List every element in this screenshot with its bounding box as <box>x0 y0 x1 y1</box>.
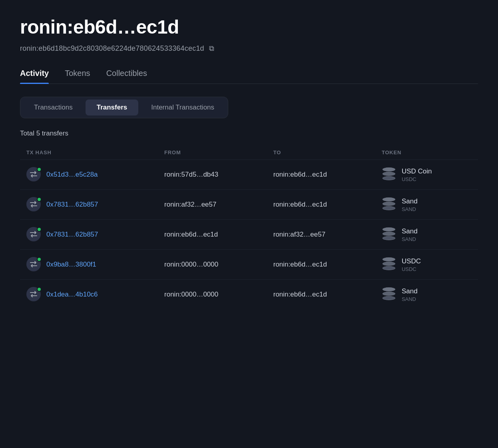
transfer-icon-3 <box>26 257 42 272</box>
token-symbol-0: USDC <box>402 176 432 182</box>
token-info-1: Sand SAND <box>402 197 418 212</box>
token-icon-2 <box>382 227 396 242</box>
token-icon-1 <box>382 197 396 212</box>
tx-hash-value-2[interactable]: 0x7831…62b857 <box>46 231 98 239</box>
table-row: 0x7831…62b857 ronin:af32…ee57 ronin:eb6d… <box>20 190 478 220</box>
page-title: ronin:eb6d…ec1d <box>20 16 478 38</box>
token-symbol-4: SAND <box>402 296 418 302</box>
cell-tx-hash-1[interactable]: 0x7831…62b857 <box>20 190 158 220</box>
cell-tx-hash-4[interactable]: 0x1dea…4b10c6 <box>20 280 158 310</box>
cell-from-2: ronin:eb6d…ec1d <box>158 220 267 250</box>
cell-to-3: ronin:eb6d…ec1d <box>267 250 375 280</box>
address-row: ronin:eb6d18bc9d2c80308e6224de7806245333… <box>20 44 478 53</box>
transfer-icon-1 <box>26 197 42 212</box>
transfer-icon-4 <box>26 287 42 302</box>
filter-bar: Transactions Transfers Internal Transact… <box>20 97 228 118</box>
cell-from-4: ronin:0000…0000 <box>158 280 267 310</box>
status-dot-3 <box>37 257 42 262</box>
full-address: ronin:eb6d18bc9d2c80308e6224de7806245333… <box>20 44 204 53</box>
cell-to-4: ronin:eb6d…ec1d <box>267 280 375 310</box>
token-name-0: USD Coin <box>402 167 432 175</box>
cell-from-0: ronin:57d5…db43 <box>158 160 267 190</box>
token-symbol-3: USDC <box>402 266 421 272</box>
cell-token-3: USDC USDC <box>375 250 478 280</box>
cell-tx-hash-3[interactable]: 0x9ba8…3800f1 <box>20 250 158 280</box>
token-info-2: Sand SAND <box>402 227 418 242</box>
tx-hash-value-0[interactable]: 0x51d3…e5c28a <box>46 171 98 179</box>
total-transfers-label: Total 5 transfers <box>20 129 478 137</box>
token-icon-3 <box>382 257 396 272</box>
col-tx-hash: TX HASH <box>20 145 158 160</box>
tx-hash-value-4[interactable]: 0x1dea…4b10c6 <box>46 291 98 299</box>
cell-from-1: ronin:af32…ee57 <box>158 190 267 220</box>
tabs-nav: Activity Tokens Collectibles <box>20 69 478 84</box>
col-from: FROM <box>158 145 267 160</box>
tab-tokens[interactable]: Tokens <box>65 69 90 84</box>
token-info-3: USDC USDC <box>402 257 421 272</box>
token-name-1: Sand <box>402 197 418 205</box>
transfer-icon-0 <box>26 167 42 182</box>
table-row: 0x51d3…e5c28a ronin:57d5…db43 ronin:eb6d… <box>20 160 478 190</box>
table-header-row: TX HASH FROM TO TOKEN <box>20 145 478 160</box>
cell-tx-hash-2[interactable]: 0x7831…62b857 <box>20 220 158 250</box>
cell-from-3: ronin:0000…0000 <box>158 250 267 280</box>
tx-hash-value-3[interactable]: 0x9ba8…3800f1 <box>46 261 96 269</box>
cell-tx-hash-0[interactable]: 0x51d3…e5c28a <box>20 160 158 190</box>
cell-token-0: USD Coin USDC <box>375 160 478 190</box>
cell-to-0: ronin:eb6d…ec1d <box>267 160 375 190</box>
col-to: TO <box>267 145 375 160</box>
status-dot-4 <box>37 287 42 292</box>
cell-token-1: Sand SAND <box>375 190 478 220</box>
filter-transfers[interactable]: Transfers <box>86 100 139 115</box>
token-icon-0 <box>382 167 396 182</box>
table-row: 0x7831…62b857 ronin:eb6d…ec1d ronin:af32… <box>20 220 478 250</box>
token-info-4: Sand SAND <box>402 287 418 302</box>
token-symbol-2: SAND <box>402 236 418 242</box>
status-dot-1 <box>37 197 42 202</box>
table-row: 0x9ba8…3800f1 ronin:0000…0000 ronin:eb6d… <box>20 250 478 280</box>
col-token: TOKEN <box>375 145 478 160</box>
cell-token-2: Sand SAND <box>375 220 478 250</box>
token-name-2: Sand <box>402 227 418 235</box>
cell-token-4: Sand SAND <box>375 280 478 310</box>
tab-collectibles[interactable]: Collectibles <box>106 69 147 84</box>
token-info-0: USD Coin USDC <box>402 167 432 182</box>
status-dot-2 <box>37 227 42 232</box>
token-symbol-1: SAND <box>402 206 418 212</box>
token-icon-4 <box>382 287 396 302</box>
token-name-4: Sand <box>402 287 418 295</box>
transfers-table: TX HASH FROM TO TOKEN <box>20 145 478 309</box>
filter-internal-transactions[interactable]: Internal Transactions <box>140 100 225 115</box>
tab-activity[interactable]: Activity <box>20 69 49 84</box>
copy-icon[interactable]: ⧉ <box>209 44 214 53</box>
cell-to-1: ronin:eb6d…ec1d <box>267 190 375 220</box>
token-name-3: USDC <box>402 257 421 265</box>
status-dot-0 <box>37 167 42 172</box>
transfer-icon-2 <box>26 227 42 242</box>
tx-hash-value-1[interactable]: 0x7831…62b857 <box>46 201 98 209</box>
table-row: 0x1dea…4b10c6 ronin:0000…0000 ronin:eb6d… <box>20 280 478 310</box>
cell-to-2: ronin:af32…ee57 <box>267 220 375 250</box>
filter-transactions[interactable]: Transactions <box>23 100 84 115</box>
